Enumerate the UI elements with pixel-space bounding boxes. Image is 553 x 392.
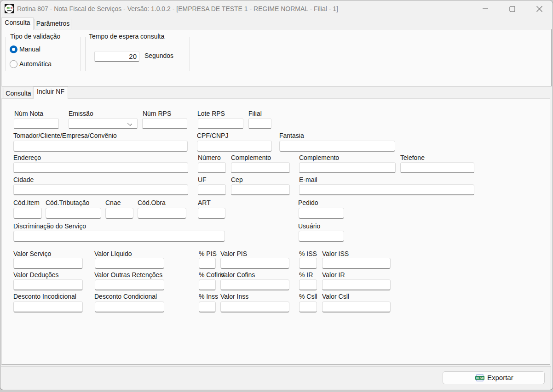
svg-text:XLSX: XLSX [476, 376, 484, 380]
svg-text:MF: MF [6, 6, 12, 10]
